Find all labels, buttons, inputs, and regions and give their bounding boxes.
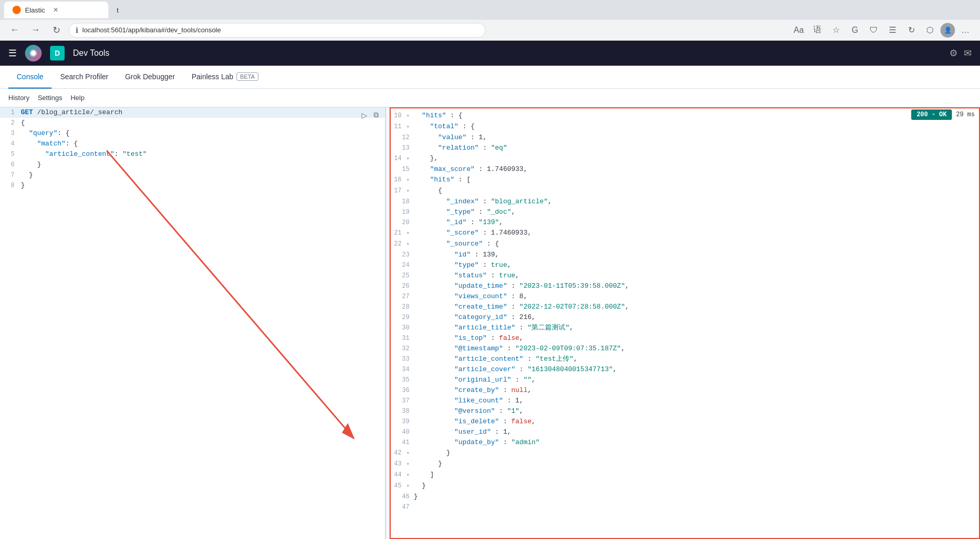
- resp-line-46: 46 }: [391, 492, 979, 502]
- resp-linenum-21: 21 ▾: [391, 228, 414, 239]
- resp-line-44: 44 ▾ ]: [391, 470, 979, 481]
- fold-icon-11[interactable]: ▾: [406, 124, 410, 130]
- editor-content[interactable]: 1 GET /blog_article/_search 2 { 3 "query…: [0, 107, 385, 191]
- kibana-logo-inner: [29, 49, 38, 57]
- fold-icon-43[interactable]: ▾: [406, 461, 410, 467]
- resp-linenum-14: 14 ▾: [391, 153, 414, 164]
- resp-linenum-43: 43 ▾: [391, 459, 414, 470]
- fold-icon-16[interactable]: ▾: [406, 177, 410, 183]
- resp-content-41: "update_by" : "admin": [414, 437, 979, 448]
- forward-button[interactable]: →: [27, 22, 44, 39]
- resp-content-25: "status" : true,: [414, 271, 979, 281]
- resp-content-29: "category_id" : 216,: [414, 312, 979, 323]
- resp-content-17: {: [414, 186, 979, 196]
- resp-linenum-32: 32: [391, 344, 414, 354]
- fold-icon-45[interactable]: ▾: [406, 483, 410, 489]
- favorites-icon[interactable]: ☆: [828, 22, 845, 39]
- address-bar[interactable]: ℹ localhost:5601/app/kibana#/dev_tools/c…: [69, 23, 486, 38]
- resp-linenum-16: 16 ▾: [391, 175, 414, 186]
- fold-icon-17[interactable]: ▾: [406, 188, 410, 194]
- resp-line-36: 36 "create_by" : null,: [391, 385, 979, 396]
- settings-link[interactable]: Settings: [38, 94, 62, 102]
- mail-icon[interactable]: ✉: [964, 47, 972, 59]
- resp-linenum-40: 40: [391, 427, 414, 437]
- response-content[interactable]: 10 ▾ "hits" : { 11 ▾ "total" : { 12 "val…: [391, 108, 979, 538]
- fold-icon-14[interactable]: ▾: [406, 156, 410, 162]
- browser-chrome: Elastic ✕ t: [0, 0, 980, 20]
- extensions-icon[interactable]: ⬡: [922, 22, 938, 39]
- resp-line-38: 38 "@version" : "1",: [391, 406, 979, 416]
- resp-linenum-46: 46: [391, 492, 414, 502]
- resp-linenum-30: 30: [391, 323, 414, 333]
- panel-divider[interactable]: · · ·: [386, 107, 390, 539]
- editor-line-6: 6 }: [0, 160, 385, 170]
- tab-painless-lab[interactable]: Painless Lab BETA: [183, 66, 267, 89]
- resp-content-21: "_score" : 1.7460933,: [414, 228, 979, 238]
- kibana-logo[interactable]: [25, 45, 42, 62]
- resp-line-15: 15 "max_score" : 1.7460933,: [391, 164, 979, 175]
- resp-linenum-20: 20: [391, 217, 414, 228]
- refresh-button[interactable]: ↻: [48, 22, 65, 39]
- line-content-5: "article_content": "test": [21, 149, 385, 160]
- resp-content-32: "@timestamp" : "2023-02-09T09:07:35.187Z…: [414, 344, 979, 354]
- fold-icon-10[interactable]: ▾: [406, 113, 410, 119]
- tab-search-profiler[interactable]: Search Profiler: [52, 66, 117, 89]
- user-avatar[interactable]: 👤: [940, 23, 955, 38]
- line-content-6: }: [21, 160, 385, 170]
- info-icon: ℹ: [76, 26, 78, 34]
- resp-line-24: 24 "type" : true,: [391, 260, 979, 271]
- user-letter-badge: D: [50, 46, 65, 60]
- resp-content-10: "hits" : {: [414, 111, 979, 121]
- browser-icon[interactable]: G: [847, 22, 863, 39]
- reader-mode-icon[interactable]: Aa: [790, 22, 807, 39]
- line-content-3: "query": {: [21, 128, 385, 139]
- tab-close-btn[interactable]: ✕: [53, 6, 58, 14]
- resp-linenum-42: 42 ▾: [391, 448, 414, 459]
- resp-content-38: "@version" : "1",: [414, 406, 979, 416]
- translate-icon[interactable]: 语: [809, 22, 826, 39]
- fold-icon-21[interactable]: ▾: [406, 230, 410, 236]
- run-button[interactable]: ▷: [359, 109, 369, 120]
- secondary-nav: History Settings Help: [0, 89, 980, 107]
- resp-content-46: }: [414, 492, 979, 502]
- collections-icon[interactable]: ☰: [884, 22, 901, 39]
- tab-console[interactable]: Console: [8, 66, 52, 89]
- settings-icon[interactable]: ⚙: [949, 47, 958, 59]
- fold-icon-44[interactable]: ▾: [406, 472, 410, 478]
- fold-icon-42[interactable]: ▾: [406, 450, 410, 456]
- resp-linenum-17: 17 ▾: [391, 186, 414, 197]
- browser-tab-2[interactable]: t: [108, 2, 140, 18]
- resp-line-42: 42 ▾ }: [391, 448, 979, 459]
- resp-linenum-31: 31: [391, 333, 414, 344]
- hamburger-menu[interactable]: ☰: [8, 47, 17, 59]
- tab-title: Elastic: [25, 6, 45, 14]
- resp-content-15: "max_score" : 1.7460933,: [414, 164, 979, 175]
- copy-button[interactable]: ⧉: [371, 109, 381, 120]
- resp-line-26: 26 "update_time" : "2023-01-11T05:39:58.…: [391, 281, 979, 291]
- browser-tab-elastic[interactable]: Elastic ✕: [4, 2, 108, 18]
- help-link[interactable]: Help: [70, 94, 84, 102]
- history-link[interactable]: History: [8, 94, 29, 102]
- resp-content-43: }: [414, 459, 979, 469]
- resp-content-26: "update_time" : "2023-01-11T05:39:58.000…: [414, 281, 979, 291]
- back-button[interactable]: ←: [6, 22, 23, 39]
- resp-content-22: "_source" : {: [414, 239, 979, 249]
- tab-grok-debugger[interactable]: Grok Debugger: [117, 66, 183, 89]
- resp-line-47: 47: [391, 502, 979, 512]
- resp-content-34: "article_cover" : "1613048040015347713",: [414, 364, 979, 375]
- resp-line-12: 12 "value" : 1,: [391, 132, 979, 143]
- editor-line-3: 3 "query": {: [0, 128, 385, 139]
- resp-content-33: "article_content" : "test上传",: [414, 354, 979, 364]
- browser-refresh-icon[interactable]: ↻: [903, 22, 920, 39]
- more-options-icon[interactable]: …: [957, 22, 974, 39]
- kibana-header: ☰ D Dev Tools ⚙ ✉: [0, 41, 980, 66]
- line-number-8: 8: [0, 180, 21, 191]
- fold-icon-22[interactable]: ▾: [406, 241, 410, 247]
- resp-content-31: "is_top" : false,: [414, 333, 979, 344]
- shield-icon[interactable]: 🛡: [865, 22, 882, 39]
- resp-linenum-26: 26: [391, 281, 414, 291]
- editor-panel: ▷ ⧉ 1 GET /blog_article/_search 2 { 3 "q…: [0, 107, 386, 539]
- resp-linenum-12: 12: [391, 132, 414, 143]
- resp-line-19: 19 "_type" : "_doc",: [391, 207, 979, 217]
- resp-content-47: [414, 502, 979, 512]
